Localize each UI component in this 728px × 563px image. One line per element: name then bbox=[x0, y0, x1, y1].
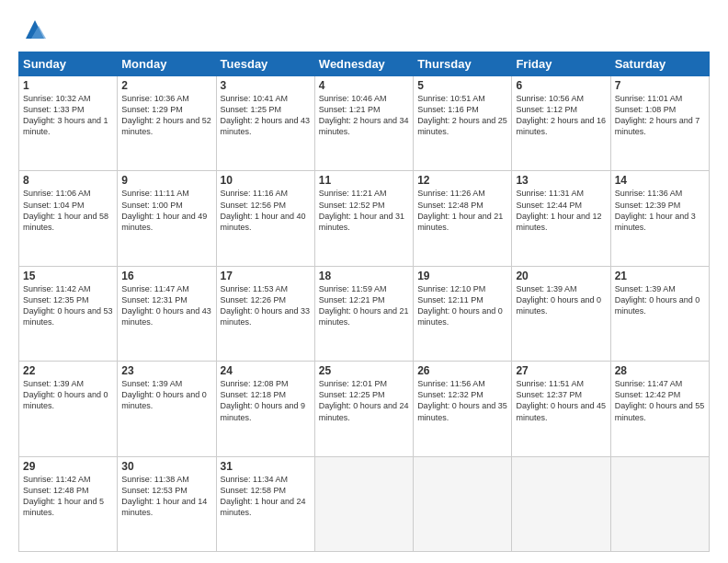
day-number: 2 bbox=[121, 79, 211, 92]
day-number: 11 bbox=[319, 174, 409, 187]
calendar-cell: 8Sunrise: 11:06 AM Sunset: 1:04 PM Dayli… bbox=[19, 171, 118, 266]
day-number: 30 bbox=[121, 460, 211, 473]
day-number: 21 bbox=[615, 270, 705, 282]
calendar-cell: 26Sunrise: 11:56 AM Sunset: 12:32 PM Day… bbox=[414, 362, 512, 456]
calendar-cell: 18Sunrise: 11:59 AM Sunset: 12:21 PM Day… bbox=[314, 266, 413, 361]
calendar-cell: 31Sunrise: 11:34 AM Sunset: 12:58 PM Day… bbox=[216, 456, 314, 551]
calendar-cell: 24Sunrise: 12:08 PM Sunset: 12:18 PM Day… bbox=[216, 362, 314, 456]
calendar-cell: 28Sunrise: 11:47 AM Sunset: 12:42 PM Day… bbox=[610, 362, 709, 456]
calendar-cell: 19Sunrise: 12:10 PM Sunset: 12:11 PM Day… bbox=[414, 266, 512, 361]
calendar-cell: 15Sunrise: 11:42 AM Sunset: 12:35 PM Day… bbox=[19, 266, 118, 361]
day-number: 4 bbox=[319, 79, 409, 92]
day-number: 7 bbox=[615, 79, 705, 92]
day-number: 5 bbox=[417, 79, 507, 92]
day-number: 12 bbox=[417, 174, 507, 187]
day-info: Sunrise: 11:36 AM Sunset: 12:39 PM Dayli… bbox=[615, 188, 705, 233]
day-info: Sunrise: 10:41 AM Sunset: 1:25 PM Daylig… bbox=[221, 93, 311, 138]
day-info: Sunrise: 11:38 AM Sunset: 12:53 PM Dayli… bbox=[121, 474, 211, 519]
day-info: Sunrise: 11:34 AM Sunset: 12:58 PM Dayli… bbox=[221, 474, 311, 519]
day-info: Sunrise: 11:42 AM Sunset: 12:35 PM Dayli… bbox=[23, 283, 113, 328]
day-number: 24 bbox=[221, 364, 311, 377]
day-info: Sunrise: 10:51 AM Sunset: 1:16 PM Daylig… bbox=[417, 93, 507, 138]
calendar-week-5: 29Sunrise: 11:42 AM Sunset: 12:48 PM Day… bbox=[19, 456, 710, 551]
day-number: 3 bbox=[221, 79, 311, 92]
header bbox=[18, 17, 710, 42]
calendar-cell: 25Sunrise: 12:01 PM Sunset: 12:25 PM Day… bbox=[314, 362, 413, 456]
day-info: Sunrise: 10:56 AM Sunset: 1:12 PM Daylig… bbox=[516, 93, 606, 138]
day-info: Sunrise: 11:11 AM Sunset: 1:00 PM Daylig… bbox=[121, 188, 211, 233]
calendar-cell: 20Sunset: 1:39 AM Daylight: 0 hours and … bbox=[512, 266, 610, 361]
calendar-cell: 21Sunset: 1:39 AM Daylight: 0 hours and … bbox=[610, 266, 709, 361]
calendar-header-monday: Monday bbox=[118, 52, 216, 76]
calendar-header-saturday: Saturday bbox=[610, 52, 709, 76]
day-info: Sunrise: 12:01 PM Sunset: 12:25 PM Dayli… bbox=[319, 378, 409, 423]
day-info: Sunrise: 11:31 AM Sunset: 12:44 PM Dayli… bbox=[516, 188, 606, 233]
day-number: 27 bbox=[516, 364, 606, 377]
day-number: 6 bbox=[516, 79, 606, 92]
day-number: 16 bbox=[121, 270, 211, 282]
day-number: 22 bbox=[23, 364, 113, 377]
day-info: Sunset: 1:39 AM Daylight: 0 hours and 0 … bbox=[23, 378, 113, 411]
day-number: 26 bbox=[417, 364, 507, 377]
day-info: Sunrise: 12:10 PM Sunset: 12:11 PM Dayli… bbox=[417, 283, 507, 328]
calendar-header-row: SundayMondayTuesdayWednesdayThursdayFrid… bbox=[19, 52, 710, 76]
calendar-week-3: 15Sunrise: 11:42 AM Sunset: 12:35 PM Day… bbox=[19, 266, 710, 361]
calendar-week-1: 1Sunrise: 10:32 AM Sunset: 1:33 PM Dayli… bbox=[19, 76, 710, 171]
calendar-cell: 29Sunrise: 11:42 AM Sunset: 12:48 PM Day… bbox=[19, 456, 118, 551]
day-number: 1 bbox=[23, 79, 113, 92]
day-number: 8 bbox=[23, 174, 113, 187]
calendar-header-tuesday: Tuesday bbox=[216, 52, 314, 76]
day-info: Sunrise: 11:47 AM Sunset: 12:42 PM Dayli… bbox=[615, 378, 705, 423]
calendar-cell: 7Sunrise: 11:01 AM Sunset: 1:08 PM Dayli… bbox=[610, 76, 709, 171]
day-info: Sunrise: 11:59 AM Sunset: 12:21 PM Dayli… bbox=[319, 283, 409, 328]
calendar-cell: 6Sunrise: 10:56 AM Sunset: 1:12 PM Dayli… bbox=[512, 76, 610, 171]
calendar-cell: 23Sunset: 1:39 AM Daylight: 0 hours and … bbox=[118, 362, 216, 456]
calendar-cell: 27Sunrise: 11:51 AM Sunset: 12:37 PM Day… bbox=[512, 362, 610, 456]
day-info: Sunrise: 10:36 AM Sunset: 1:29 PM Daylig… bbox=[121, 93, 211, 138]
day-info: Sunrise: 10:46 AM Sunset: 1:21 PM Daylig… bbox=[319, 93, 409, 138]
calendar-header-wednesday: Wednesday bbox=[314, 52, 413, 76]
day-number: 15 bbox=[23, 270, 113, 282]
day-info: Sunrise: 11:42 AM Sunset: 12:48 PM Dayli… bbox=[23, 474, 113, 519]
day-number: 19 bbox=[417, 270, 507, 282]
day-info: Sunset: 1:39 AM Daylight: 0 hours and 0 … bbox=[516, 283, 606, 316]
logo-icon bbox=[22, 17, 48, 42]
calendar-cell bbox=[314, 456, 413, 551]
calendar: SundayMondayTuesdayWednesdayThursdayFrid… bbox=[18, 52, 710, 552]
logo bbox=[18, 17, 48, 42]
calendar-cell: 13Sunrise: 11:31 AM Sunset: 12:44 PM Day… bbox=[512, 171, 610, 266]
day-info: Sunrise: 11:53 AM Sunset: 12:26 PM Dayli… bbox=[221, 283, 311, 328]
calendar-cell: 5Sunrise: 10:51 AM Sunset: 1:16 PM Dayli… bbox=[414, 76, 512, 171]
day-number: 31 bbox=[221, 460, 311, 473]
calendar-cell: 4Sunrise: 10:46 AM Sunset: 1:21 PM Dayli… bbox=[314, 76, 413, 171]
day-number: 13 bbox=[516, 174, 606, 187]
day-info: Sunset: 1:39 AM Daylight: 0 hours and 0 … bbox=[121, 378, 211, 411]
day-info: Sunrise: 10:32 AM Sunset: 1:33 PM Daylig… bbox=[23, 93, 113, 138]
calendar-cell: 14Sunrise: 11:36 AM Sunset: 12:39 PM Day… bbox=[610, 171, 709, 266]
calendar-cell bbox=[610, 456, 709, 551]
calendar-cell: 3Sunrise: 10:41 AM Sunset: 1:25 PM Dayli… bbox=[216, 76, 314, 171]
calendar-cell: 1Sunrise: 10:32 AM Sunset: 1:33 PM Dayli… bbox=[19, 76, 118, 171]
day-info: Sunrise: 11:21 AM Sunset: 12:52 PM Dayli… bbox=[319, 188, 409, 233]
day-number: 17 bbox=[221, 270, 311, 282]
calendar-cell: 10Sunrise: 11:16 AM Sunset: 12:56 PM Day… bbox=[216, 171, 314, 266]
calendar-cell: 9Sunrise: 11:11 AM Sunset: 1:00 PM Dayli… bbox=[118, 171, 216, 266]
day-info: Sunrise: 11:56 AM Sunset: 12:32 PM Dayli… bbox=[417, 378, 507, 423]
calendar-cell: 30Sunrise: 11:38 AM Sunset: 12:53 PM Day… bbox=[118, 456, 216, 551]
day-info: Sunrise: 12:08 PM Sunset: 12:18 PM Dayli… bbox=[221, 378, 311, 423]
day-number: 9 bbox=[121, 174, 211, 187]
day-info: Sunrise: 11:06 AM Sunset: 1:04 PM Daylig… bbox=[23, 188, 113, 233]
day-number: 14 bbox=[615, 174, 705, 187]
calendar-cell: 17Sunrise: 11:53 AM Sunset: 12:26 PM Day… bbox=[216, 266, 314, 361]
day-info: Sunset: 1:39 AM Daylight: 0 hours and 0 … bbox=[615, 283, 705, 316]
day-number: 28 bbox=[615, 364, 705, 377]
day-info: Sunrise: 11:01 AM Sunset: 1:08 PM Daylig… bbox=[615, 93, 705, 138]
day-number: 23 bbox=[121, 364, 211, 377]
calendar-week-4: 22Sunset: 1:39 AM Daylight: 0 hours and … bbox=[19, 362, 710, 456]
day-number: 20 bbox=[516, 270, 606, 282]
day-info: Sunrise: 11:26 AM Sunset: 12:48 PM Dayli… bbox=[417, 188, 507, 233]
day-number: 18 bbox=[319, 270, 409, 282]
calendar-header-sunday: Sunday bbox=[19, 52, 118, 76]
day-info: Sunrise: 11:47 AM Sunset: 12:31 PM Dayli… bbox=[121, 283, 211, 328]
calendar-cell: 22Sunset: 1:39 AM Daylight: 0 hours and … bbox=[19, 362, 118, 456]
